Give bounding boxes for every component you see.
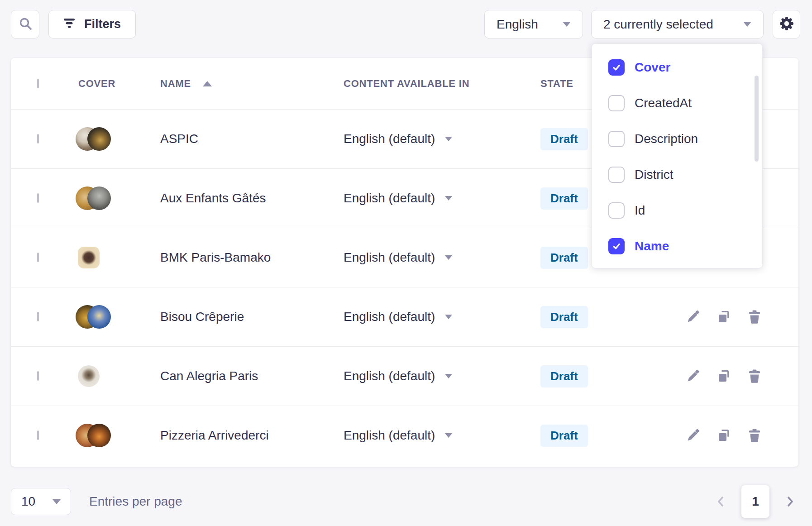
column-option-label: District: [635, 167, 673, 182]
column-option-name[interactable]: Name: [592, 228, 762, 264]
checkbox[interactable]: [608, 167, 625, 183]
entries-per-page-label: Entries per page: [89, 494, 182, 509]
duplicate-button[interactable]: [715, 308, 732, 325]
edit-button[interactable]: [684, 427, 702, 444]
row-locale-select[interactable]: English (default): [344, 310, 540, 324]
settings-button[interactable]: [773, 10, 800, 38]
avatar: [78, 247, 100, 268]
search-icon: [19, 17, 32, 32]
delete-button[interactable]: [746, 368, 763, 385]
column-visibility-dropdown: Cover CreatedAt Description District Id …: [592, 43, 763, 268]
table-row[interactable]: Bisou Crêperie English (default) Draft: [11, 287, 798, 346]
page-size-value: 10: [21, 494, 35, 509]
column-option-label: Cover: [635, 60, 670, 75]
filters-label: Filters: [84, 17, 121, 31]
row-checkbox[interactable]: [37, 312, 39, 321]
filters-button[interactable]: Filters: [48, 10, 136, 38]
pagination: 1: [711, 485, 800, 518]
cover-avatars: [76, 127, 160, 151]
next-page-button[interactable]: [780, 488, 800, 515]
locale-select[interactable]: English: [484, 10, 583, 38]
select-all-checkbox[interactable]: [37, 79, 39, 88]
status-badge: Draft: [540, 187, 588, 210]
column-option-description[interactable]: Description: [592, 121, 762, 157]
status-badge: Draft: [540, 128, 588, 150]
chevron-down-icon: [445, 196, 452, 201]
duplicate-button[interactable]: [715, 427, 732, 444]
columns-select[interactable]: 2 currently selected: [591, 10, 764, 38]
scrollbar-thumb[interactable]: [755, 76, 759, 162]
delete-button[interactable]: [746, 308, 763, 325]
search-button[interactable]: [11, 10, 39, 38]
status-badge: Draft: [540, 365, 588, 387]
status-badge: Draft: [540, 306, 588, 328]
edit-button[interactable]: [684, 368, 702, 385]
row-name: Can Alegria Paris: [160, 369, 344, 383]
checkbox[interactable]: [608, 238, 625, 254]
row-checkbox[interactable]: [37, 193, 39, 203]
column-option-label: Name: [635, 239, 669, 253]
row-checkbox[interactable]: [37, 430, 39, 440]
column-option-createdat[interactable]: CreatedAt: [592, 85, 762, 121]
row-locale-select[interactable]: English (default): [344, 132, 540, 146]
row-checkbox[interactable]: [37, 371, 39, 381]
column-option-id[interactable]: Id: [592, 192, 762, 228]
column-option-label: Id: [635, 203, 645, 218]
delete-button[interactable]: [746, 427, 763, 444]
row-name: ASPIC: [160, 132, 344, 146]
columns-select-value: 2 currently selected: [603, 17, 713, 32]
header-cover: COVER: [76, 78, 160, 90]
checkbox[interactable]: [608, 59, 625, 76]
column-option-label: Description: [635, 132, 698, 146]
avatar: [87, 186, 111, 210]
page-number-button[interactable]: 1: [741, 485, 769, 518]
row-locale-select[interactable]: English (default): [344, 191, 540, 206]
cover-avatars: [76, 365, 160, 387]
column-option-label: CreatedAt: [635, 96, 692, 110]
chevron-down-icon: [563, 22, 571, 27]
chevron-down-icon: [445, 433, 452, 438]
chevron-down-icon: [445, 374, 452, 378]
locale-select-value: English: [497, 17, 538, 32]
row-name: Bisou Crêperie: [160, 310, 344, 324]
row-locale-select[interactable]: English (default): [344, 428, 540, 443]
checkbox[interactable]: [608, 95, 625, 111]
chevron-down-icon: [445, 255, 452, 260]
column-option-district[interactable]: District: [592, 157, 762, 192]
header-name[interactable]: NAME: [160, 78, 344, 90]
row-name: BMK Paris-Bamako: [160, 250, 344, 265]
row-locale-select[interactable]: English (default): [344, 250, 540, 265]
row-actions: [684, 368, 798, 385]
filter-icon: [63, 17, 75, 31]
row-checkbox[interactable]: [37, 253, 39, 262]
checkbox[interactable]: [608, 202, 625, 219]
gear-icon: [779, 15, 795, 33]
checkbox[interactable]: [608, 131, 625, 147]
duplicate-button[interactable]: [715, 368, 732, 385]
avatar: [87, 424, 111, 447]
avatar: [87, 127, 111, 151]
chevron-down-icon: [53, 499, 61, 504]
avatar: [87, 305, 111, 329]
table-footer: 10 Entries per page 1: [11, 485, 800, 518]
edit-button[interactable]: [684, 308, 702, 325]
row-checkbox[interactable]: [37, 134, 39, 143]
avatar: [78, 365, 100, 387]
row-actions: [684, 427, 798, 444]
status-badge: Draft: [540, 247, 588, 269]
row-actions: [684, 308, 798, 325]
table-row[interactable]: Can Alegria Paris English (default) Draf…: [11, 346, 798, 406]
toolbar: Filters English 2 currently selected: [11, 10, 800, 38]
column-option-cover[interactable]: Cover: [592, 49, 762, 85]
cover-avatars: [76, 247, 160, 268]
row-locale-select[interactable]: English (default): [344, 369, 540, 383]
cover-avatars: [76, 186, 160, 210]
previous-page-button[interactable]: [711, 488, 731, 515]
chevron-down-icon: [445, 137, 452, 141]
row-name: Pizzeria Arrivederci: [160, 428, 344, 443]
sort-ascending-icon: [203, 81, 212, 86]
cover-avatars: [76, 305, 160, 329]
page-size-select[interactable]: 10: [11, 488, 71, 515]
header-content-available-in: CONTENT AVAILABLE IN: [344, 78, 540, 90]
table-row[interactable]: Pizzeria Arrivederci English (default) D…: [11, 406, 798, 465]
